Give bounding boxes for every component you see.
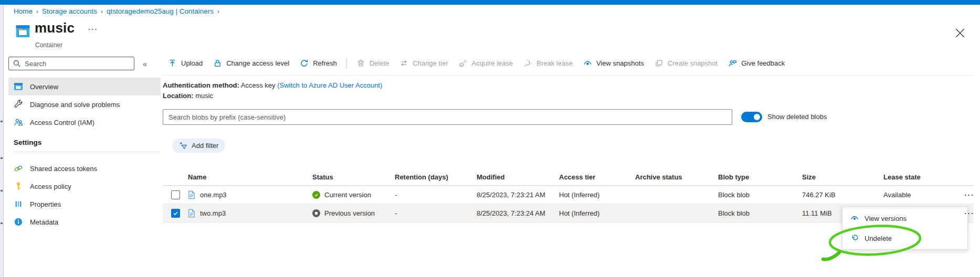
sidebar-item-shared-access-tokens[interactable]: Shared access tokens — [8, 159, 161, 177]
sidebar-item-label: Shared access tokens — [30, 165, 97, 173]
acquire-lease-button[interactable]: Acquire lease — [454, 55, 519, 71]
sidebar-item-access-control-iam[interactable]: Access Control (IAM) — [8, 113, 161, 131]
breadcrumb: Home›Storage accounts›qtstoragedemo25aug… — [14, 7, 223, 15]
sidebar-search-input[interactable] — [8, 57, 134, 70]
access-tier-cell: Hot (Inferred) — [559, 209, 635, 217]
show-deleted-blobs-label: Show deleted blobs — [767, 113, 827, 121]
retention-cell: - — [395, 191, 477, 199]
column-header-archive-status[interactable]: Archive status — [635, 173, 718, 181]
sidebar-item-access-policy[interactable]: Access policy — [8, 177, 161, 195]
view-snapshots-button[interactable]: View snapshots — [578, 55, 649, 71]
file-icon — [188, 190, 195, 199]
context-menu-item-view-versions[interactable]: View versions — [842, 208, 967, 228]
background-blade-edge — [0, 5, 4, 277]
authentication-method-line: Authentication method: Access key (Switc… — [163, 80, 382, 91]
sidebar-section-settings: Settings — [8, 138, 161, 146]
column-header-lease-state[interactable]: Lease state — [883, 173, 962, 181]
context-menu-item-undelete[interactable]: Undelete — [842, 228, 967, 248]
column-header-status[interactable]: Status — [312, 173, 395, 181]
lease-state-cell: Available — [883, 191, 962, 199]
column-header-modified[interactable]: Modified — [477, 173, 559, 181]
page-title: music — [35, 20, 75, 36]
break-lease-button[interactable]: Break lease — [518, 55, 578, 71]
column-header-retention[interactable]: Retention (days) — [395, 173, 477, 181]
sidebar-item-label: Access Control (IAM) — [30, 119, 94, 126]
link-icon — [14, 164, 23, 173]
delete-button[interactable]: Delete — [351, 55, 395, 71]
toolbar-divider — [346, 58, 347, 68]
collapse-sidebar-icon[interactable]: « — [143, 59, 147, 68]
breadcrumb-link-storage-accounts[interactable]: Storage accounts — [42, 7, 97, 15]
eye-icon — [850, 214, 859, 222]
location-line: Location: music — [163, 91, 382, 101]
column-header-size[interactable]: Size — [802, 173, 883, 181]
table-row[interactable]: one.mp3 Current version - 8/25/2023, 7:2… — [163, 186, 974, 204]
azure-portal-container-blade: { "glyphs": { "collapse": "«", "ellipsis… — [0, 0, 980, 277]
sidebar-item-metadata[interactable]: Metadata — [8, 213, 161, 231]
toolbar: Upload Change access level Refresh Delet… — [163, 55, 790, 71]
add-filter-button[interactable]: Add filter — [172, 138, 225, 153]
wrench-icon — [14, 100, 23, 109]
blob-type-cell: Block blob — [718, 191, 802, 199]
sidebar-item-properties[interactable]: Properties — [8, 195, 161, 213]
refresh-button[interactable]: Refresh — [294, 55, 342, 71]
sidebar-item-diagnose[interactable]: Diagnose and solve problems — [8, 95, 161, 113]
row-checkbox[interactable] — [171, 190, 180, 199]
column-header-blob-type[interactable]: Blob type — [718, 173, 802, 181]
container-icon — [16, 24, 30, 38]
close-icon[interactable] — [955, 28, 965, 38]
current-version-icon — [312, 191, 320, 199]
sidebar-divider — [14, 152, 160, 152]
show-deleted-blobs-toggle[interactable] — [741, 112, 762, 122]
copy-icon — [655, 59, 663, 68]
switch-auth-link[interactable]: (Switch to Azure AD User Account) — [277, 81, 382, 89]
status-cell: Previous version — [312, 209, 395, 217]
change-tier-button[interactable]: Change tier — [394, 55, 453, 71]
lock-icon — [213, 59, 222, 68]
filter-row: Show deleted blobs — [163, 109, 732, 125]
blob-type-cell: Block blob — [718, 209, 802, 217]
change-access-level-button[interactable]: Change access level — [208, 55, 294, 71]
info-icon — [14, 217, 23, 227]
row-checkbox[interactable] — [171, 209, 180, 218]
access-tier-cell: Hot (Inferred) — [559, 191, 635, 199]
modified-cell: 8/25/2023, 7:23:24 AM — [477, 209, 559, 217]
column-header-name[interactable]: Name — [188, 173, 312, 181]
sidebar-item-label: Diagnose and solve problems — [30, 101, 120, 109]
sidebar-item-label: Access policy — [30, 183, 71, 190]
key-icon — [14, 182, 23, 191]
bars-icon — [14, 199, 23, 209]
give-feedback-button[interactable]: Give feedback — [723, 55, 790, 71]
column-header-access-tier[interactable]: Access tier — [559, 173, 635, 181]
title-more-menu-icon[interactable]: ··· — [88, 25, 98, 33]
blob-name-cell[interactable]: one.mp3 — [188, 190, 312, 199]
sidebar-item-label: Properties — [30, 200, 61, 208]
container-icon — [14, 82, 23, 91]
blob-prefix-search-input[interactable] — [163, 109, 732, 125]
check-icon — [173, 210, 178, 216]
add-filter-icon — [179, 141, 188, 150]
file-icon — [188, 209, 195, 218]
breadcrumb-link-containers[interactable]: qtstoragedemo25aug | Containers — [107, 7, 214, 15]
people-icon — [14, 118, 23, 127]
sidebar-item-overview[interactable]: Overview — [8, 78, 161, 95]
toolbar-separator — [163, 75, 974, 76]
upload-button[interactable]: Upload — [163, 55, 208, 71]
sidebar: « Overview Diagnose and solve problems A… — [8, 57, 161, 231]
row-context-menu: View versions Undelete — [842, 207, 968, 250]
refresh-icon — [300, 59, 309, 68]
sidebar-item-label: Overview — [30, 83, 58, 91]
page-subtitle: Container — [35, 41, 62, 49]
row-more-menu-icon[interactable]: ··· — [962, 191, 977, 199]
retention-cell: - — [395, 209, 477, 217]
plug-icon — [459, 59, 468, 68]
azure-top-bar — [0, 0, 980, 5]
breadcrumb-link-home[interactable]: Home — [14, 7, 33, 15]
breadcrumb-separator: › — [33, 8, 42, 15]
breadcrumb-separator: › — [97, 8, 107, 15]
row-more-menu-icon[interactable]: ··· — [962, 209, 977, 217]
blob-name-cell[interactable]: two.mp3 — [188, 209, 312, 218]
upload-icon — [168, 59, 177, 68]
search-icon — [13, 59, 21, 68]
create-snapshot-button[interactable]: Create snapshot — [649, 55, 723, 71]
